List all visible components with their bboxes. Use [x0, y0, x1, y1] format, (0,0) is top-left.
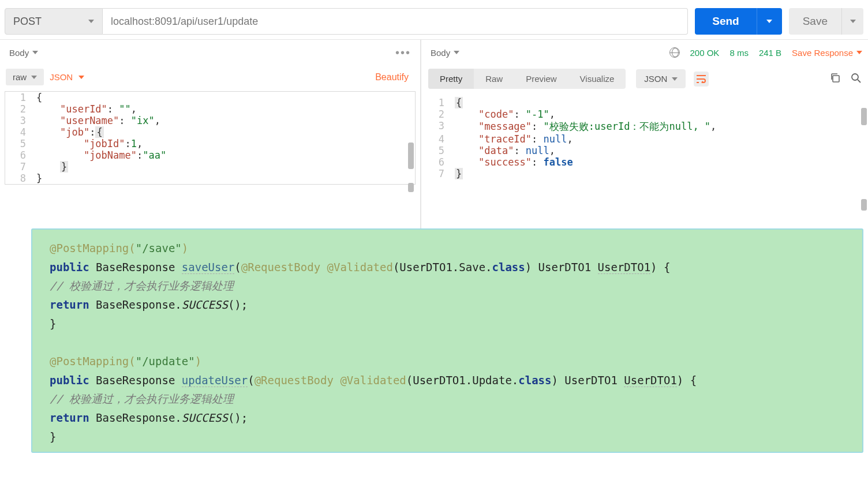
chevron-down-icon	[672, 77, 678, 81]
more-options-icon[interactable]: •••	[392, 46, 414, 59]
chevron-down-icon	[850, 20, 856, 23]
scrollbar-thumb[interactable]	[861, 108, 867, 125]
http-method-value: POST	[13, 16, 42, 28]
send-button[interactable]: Send	[695, 8, 781, 35]
body-format-select[interactable]: JSON	[50, 72, 84, 82]
tab-preview[interactable]: Preview	[514, 69, 568, 89]
chevron-down-icon	[454, 51, 459, 54]
response-format-select[interactable]: JSON	[636, 69, 686, 88]
save-dropdown[interactable]	[841, 8, 863, 35]
response-body-viewer[interactable]: 1{2 "code": "-1",3 "message": "校验失败:user…	[427, 97, 862, 179]
save-response-button[interactable]: Save Response	[792, 48, 862, 58]
request-body-editor[interactable]: 1{2 "userId": "",3 "userName": "ix",4 "j…	[5, 91, 416, 185]
tab-visualize[interactable]: Visualize	[568, 69, 626, 89]
http-method-select[interactable]: POST	[5, 8, 103, 35]
chevron-down-icon	[88, 20, 94, 23]
save-button[interactable]: Save	[789, 8, 863, 35]
wrap-lines-icon[interactable]	[694, 72, 709, 87]
response-status: 200 OK	[690, 48, 720, 58]
chevron-down-icon	[766, 20, 772, 23]
body-type-select[interactable]: raw	[6, 69, 44, 85]
tab-raw[interactable]: Raw	[474, 69, 514, 89]
scrollbar-thumb[interactable]	[408, 183, 414, 192]
chevron-down-icon	[78, 76, 84, 79]
chevron-down-icon	[32, 51, 38, 54]
tab-pretty[interactable]: Pretty	[428, 69, 474, 89]
globe-icon[interactable]	[669, 47, 680, 58]
scrollbar-thumb[interactable]	[408, 142, 414, 169]
svg-point-1	[852, 74, 858, 80]
search-icon[interactable]	[851, 73, 861, 85]
response-view-tabs: Pretty Raw Preview Visualize	[428, 69, 626, 89]
url-input[interactable]	[103, 8, 688, 35]
beautify-button[interactable]: Beautify	[375, 72, 414, 82]
request-body-tab[interactable]: Body	[6, 46, 42, 60]
response-body-tab[interactable]: Body	[427, 46, 463, 60]
response-size: 241 B	[759, 48, 781, 58]
chevron-down-icon	[856, 51, 862, 54]
send-dropdown[interactable]	[757, 8, 782, 35]
response-time: 8 ms	[729, 48, 749, 58]
copy-icon[interactable]	[830, 73, 840, 85]
scrollbar-thumb[interactable]	[861, 199, 867, 211]
chevron-down-icon	[31, 76, 37, 79]
svg-rect-0	[833, 76, 839, 82]
code-snippet: @PostMapping("/save")public BaseResponse…	[31, 228, 863, 453]
